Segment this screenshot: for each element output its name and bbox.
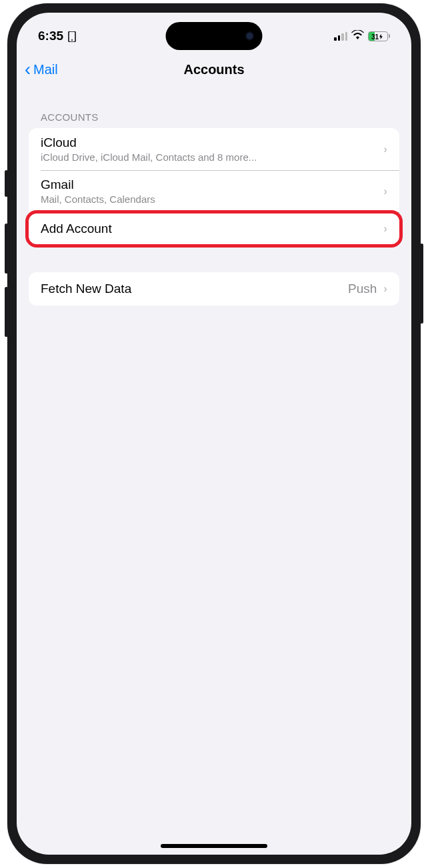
row-subtitle: iCloud Drive, iCloud Mail, Contacts and … xyxy=(41,151,383,163)
content: ACCOUNTS iCloud iCloud Drive, iCloud Mai… xyxy=(17,86,411,306)
chevron-right-icon: › xyxy=(383,282,387,296)
side-button xyxy=(420,244,423,324)
wifi-icon xyxy=(351,30,364,42)
status-left: 6:35 xyxy=(38,29,77,43)
chevron-right-icon: › xyxy=(383,185,387,198)
chevron-left-icon: ‹ xyxy=(25,61,31,79)
row-title: Gmail xyxy=(41,177,383,192)
status-right: 31 xyxy=(334,30,390,42)
accounts-list: iCloud iCloud Drive, iCloud Mail, Contac… xyxy=(29,128,399,246)
chevron-right-icon: › xyxy=(383,143,387,156)
fetch-group: Fetch New Data Push › xyxy=(29,272,399,306)
side-button xyxy=(5,224,8,274)
dynamic-island xyxy=(166,22,263,50)
page-title: Accounts xyxy=(183,62,244,77)
orientation-lock-icon xyxy=(67,31,77,41)
row-value: Push xyxy=(348,282,377,296)
camera-dot xyxy=(245,31,255,41)
navigation-bar: ‹ Mail Accounts xyxy=(17,53,411,86)
row-title: iCloud xyxy=(41,135,383,150)
phone-frame: 6:35 31 xyxy=(7,3,421,864)
svg-point-1 xyxy=(71,39,73,41)
account-row-gmail[interactable]: Gmail Mail, Contacts, Calendars › xyxy=(29,170,399,212)
add-account-row[interactable]: Add Account › xyxy=(29,212,399,246)
chevron-right-icon: › xyxy=(383,222,387,236)
side-button xyxy=(5,287,8,337)
section-header: ACCOUNTS xyxy=(29,86,399,128)
battery-icon: 31 xyxy=(368,31,390,41)
row-title: Add Account xyxy=(41,222,383,236)
status-time: 6:35 xyxy=(38,29,63,43)
account-row-icloud[interactable]: iCloud iCloud Drive, iCloud Mail, Contac… xyxy=(29,128,399,170)
home-indicator[interactable] xyxy=(161,844,267,848)
row-subtitle: Mail, Contacts, Calendars xyxy=(41,193,383,205)
back-button[interactable]: ‹ Mail xyxy=(25,61,58,79)
cellular-signal-icon xyxy=(334,32,347,41)
fetch-new-data-row[interactable]: Fetch New Data Push › xyxy=(29,272,399,306)
row-title: Fetch New Data xyxy=(41,282,348,296)
screen: 6:35 31 xyxy=(17,13,411,855)
back-label: Mail xyxy=(33,62,58,77)
side-button xyxy=(5,170,8,197)
